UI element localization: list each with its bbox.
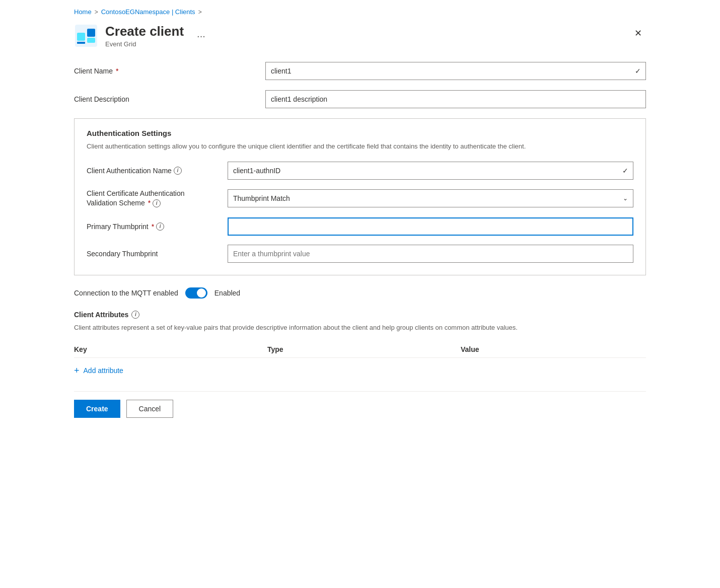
authentication-settings-box: Authentication Settings Client authentic… bbox=[74, 118, 646, 275]
primary-thumbprint-required: * bbox=[152, 223, 154, 231]
authn-name-label: Client Authentication Name i bbox=[87, 167, 228, 175]
secondary-thumbprint-label: Secondary Thumbprint bbox=[87, 250, 228, 258]
auth-settings-desc: Client authentication settings allow you… bbox=[87, 141, 633, 152]
page-header: Create client Event Grid ··· ✕ bbox=[74, 24, 646, 48]
cert-scheme-value: Thumbprint Match bbox=[233, 194, 290, 202]
client-attributes-section: Client Attributes i Client attributes re… bbox=[74, 311, 646, 380]
header-left: Create client Event Grid ··· bbox=[74, 24, 205, 48]
create-button[interactable]: Create bbox=[74, 400, 120, 418]
authn-name-input[interactable] bbox=[228, 162, 633, 180]
breadcrumb-home[interactable]: Home bbox=[74, 8, 92, 16]
authn-name-control: ✓ bbox=[228, 162, 633, 180]
svg-rect-1 bbox=[77, 33, 85, 41]
client-description-input[interactable] bbox=[265, 90, 646, 108]
secondary-thumbprint-input[interactable] bbox=[228, 245, 633, 263]
auth-settings-title: Authentication Settings bbox=[87, 129, 633, 137]
mqtt-row: Connection to the MQTT enabled Enabled bbox=[74, 287, 646, 299]
mqtt-toggle[interactable] bbox=[185, 287, 207, 299]
page-subtitle: Event Grid bbox=[105, 40, 184, 48]
cert-scheme-label: Client Certificate Authentication Valida… bbox=[87, 189, 228, 208]
client-attrs-info-icon[interactable]: i bbox=[131, 311, 139, 319]
client-name-label: Client Name * bbox=[74, 67, 265, 75]
col-header-type: Type bbox=[267, 345, 453, 353]
client-name-required: * bbox=[116, 67, 118, 75]
primary-thumbprint-control bbox=[228, 217, 633, 236]
cert-scheme-dropdown[interactable]: Thumbprint Match ⌄ bbox=[228, 189, 633, 207]
client-description-control bbox=[265, 90, 646, 108]
authn-name-info-icon[interactable]: i bbox=[174, 167, 182, 175]
add-attribute-label: Add attribute bbox=[84, 366, 123, 375]
primary-thumbprint-row: Primary Thumbprint * i bbox=[87, 217, 633, 236]
primary-thumbprint-label: Primary Thumbprint * i bbox=[87, 223, 228, 231]
client-attributes-title: Client Attributes i bbox=[74, 311, 646, 319]
toggle-thumb bbox=[197, 288, 206, 298]
add-attribute-row[interactable]: + Add attribute bbox=[74, 362, 646, 379]
breadcrumb-namespace[interactable]: ContosoEGNamespace | Clients bbox=[101, 8, 195, 16]
client-name-check-icon: ✓ bbox=[635, 67, 641, 75]
page-title: Create client bbox=[105, 24, 184, 39]
breadcrumb: Home > ContosoEGNamespace | Clients > bbox=[74, 8, 646, 16]
header-text: Create client Event Grid bbox=[105, 24, 184, 48]
more-options-button[interactable]: ··· bbox=[197, 30, 205, 42]
cert-scheme-chevron-icon: ⌄ bbox=[623, 195, 628, 202]
client-name-input[interactable] bbox=[265, 62, 646, 80]
authn-name-row: Client Authentication Name i ✓ bbox=[87, 162, 633, 180]
secondary-thumbprint-row: Secondary Thumbprint bbox=[87, 245, 633, 263]
attrs-table-header: Key Type Value bbox=[74, 341, 646, 358]
cert-scheme-row: Client Certificate Authentication Valida… bbox=[87, 189, 633, 208]
client-name-input-wrapper: ✓ bbox=[265, 62, 646, 80]
svg-rect-3 bbox=[87, 38, 95, 43]
svg-rect-4 bbox=[77, 42, 85, 44]
client-name-control: ✓ bbox=[265, 62, 646, 80]
client-attributes-desc: Client attributes represent a set of key… bbox=[74, 323, 646, 333]
breadcrumb-sep1: > bbox=[95, 9, 98, 16]
bottom-actions: Create Cancel bbox=[74, 391, 646, 418]
col-header-value: Value bbox=[461, 345, 646, 353]
event-grid-icon bbox=[74, 24, 98, 48]
primary-thumbprint-info-icon[interactable]: i bbox=[156, 223, 164, 231]
col-header-key: Key bbox=[74, 345, 259, 353]
mqtt-label: Connection to the MQTT enabled bbox=[74, 289, 178, 297]
primary-thumbprint-input[interactable] bbox=[228, 217, 633, 236]
cancel-button[interactable]: Cancel bbox=[126, 400, 174, 418]
authn-name-check-icon: ✓ bbox=[622, 167, 628, 175]
secondary-thumbprint-control bbox=[228, 245, 633, 263]
client-description-label: Client Description bbox=[74, 95, 265, 103]
add-attribute-icon: + bbox=[74, 366, 80, 375]
client-description-row: Client Description bbox=[74, 90, 646, 108]
cert-scheme-control: Thumbprint Match ⌄ bbox=[228, 189, 633, 207]
mqtt-status-label: Enabled bbox=[214, 289, 240, 297]
cert-scheme-info-icon[interactable]: i bbox=[153, 199, 161, 207]
close-button[interactable]: ✕ bbox=[630, 26, 646, 41]
client-name-row: Client Name * ✓ bbox=[74, 62, 646, 80]
authn-name-input-wrapper: ✓ bbox=[228, 162, 633, 180]
breadcrumb-sep2: > bbox=[198, 9, 202, 16]
svg-rect-2 bbox=[87, 29, 95, 37]
cert-scheme-required: * bbox=[148, 198, 151, 208]
